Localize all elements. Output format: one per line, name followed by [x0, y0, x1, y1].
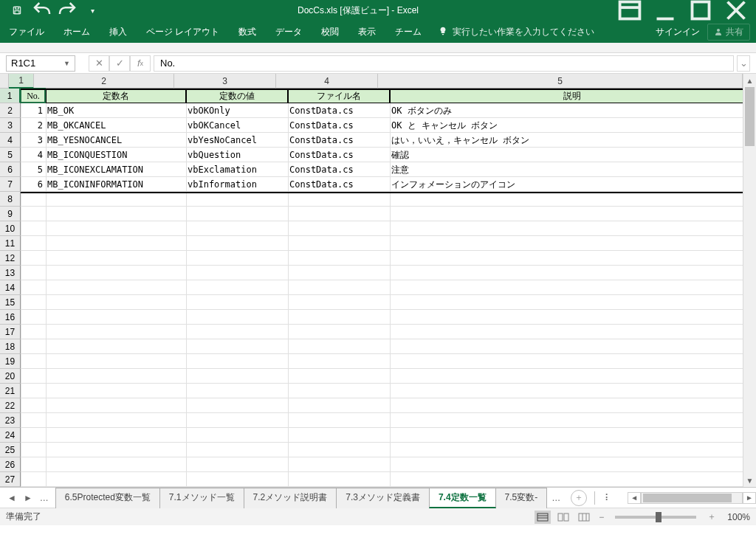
cell[interactable]: MB_OK — [46, 103, 186, 118]
table-header-cell[interactable]: 定数名 — [46, 89, 186, 103]
sheet-tab[interactable]: 7.5変数- — [495, 488, 548, 508]
cell[interactable]: MB_ICONQUESTION — [46, 148, 186, 162]
cell[interactable]: 3 — [21, 133, 46, 148]
scroll-thumb[interactable] — [745, 87, 755, 146]
row-header[interactable]: 24 — [0, 428, 21, 443]
row-header[interactable]: 11 — [0, 236, 21, 251]
tab-view[interactable]: 表示 — [355, 26, 379, 38]
cell[interactable]: vbQuestion — [186, 148, 288, 162]
cell[interactable]: 6 — [21, 177, 46, 192]
row-header[interactable]: 26 — [0, 457, 21, 472]
row-header[interactable]: 20 — [0, 369, 21, 384]
tab-review[interactable]: 校閲 — [318, 26, 342, 38]
tab-file[interactable]: ファイル — [6, 26, 47, 38]
zoom-slider[interactable] — [615, 516, 696, 519]
cell[interactable]: MB_ICONEXCLAMATION — [46, 162, 186, 177]
row-header[interactable]: 5 — [0, 148, 21, 162]
minimize-icon[interactable] — [648, 0, 682, 21]
row-header[interactable]: 15 — [0, 295, 21, 310]
cell[interactable]: OK ボタンのみ — [390, 103, 743, 118]
row-header[interactable]: 4 — [0, 133, 21, 148]
cell[interactable]: MB_YESNOCANCEL — [46, 133, 186, 148]
cell[interactable]: MB_OKCANCEL — [46, 118, 186, 133]
hscroll-thumb[interactable] — [643, 494, 732, 502]
column-header[interactable]: 5 — [378, 74, 743, 89]
cell[interactable]: vbOKCancel — [186, 118, 288, 133]
vertical-scrollbar[interactable]: ▲ ▼ — [743, 74, 756, 487]
row-header[interactable]: 16 — [0, 310, 21, 325]
scroll-right-icon[interactable]: ► — [743, 492, 756, 504]
zoom-slider-thumb[interactable] — [656, 512, 662, 522]
close-icon[interactable] — [719, 0, 753, 21]
column-header[interactable]: 3 — [174, 74, 276, 89]
sheet-nav-more-icon[interactable]: … — [37, 493, 52, 503]
row-header[interactable]: 7 — [0, 177, 21, 192]
tab-page-layout[interactable]: ページ レイアウト — [143, 26, 222, 38]
tell-me-search[interactable]: 実行したい作業を入力してください — [438, 26, 594, 38]
cell[interactable]: ConstData.cs — [288, 148, 390, 162]
scroll-up-icon[interactable]: ▲ — [743, 74, 756, 87]
cell[interactable]: 確認 — [390, 148, 743, 162]
formula-bar[interactable]: No. — [154, 55, 734, 72]
tab-home[interactable]: ホーム — [61, 26, 93, 38]
row-header[interactable]: 19 — [0, 354, 21, 369]
expand-formula-bar-icon[interactable]: ⌄ — [737, 55, 750, 72]
name-box[interactable]: R1C1 ▼ — [6, 55, 75, 72]
maximize-icon[interactable] — [684, 0, 718, 21]
sheet-tab[interactable]: 7.4定数一覧 — [429, 488, 496, 508]
cell[interactable]: OK と キャンセル ボタン — [390, 118, 743, 133]
add-sheet-button[interactable]: ＋ — [571, 490, 587, 506]
share-button[interactable]: 共有 — [707, 24, 750, 41]
table-header-cell[interactable]: 説明 — [390, 89, 743, 103]
row-header[interactable]: 21 — [0, 384, 21, 398]
tab-data[interactable]: データ — [272, 26, 305, 38]
row-header[interactable]: 23 — [0, 413, 21, 428]
cell[interactable]: 4 — [21, 148, 46, 162]
zoom-out-button[interactable]: − — [597, 512, 606, 522]
zoom-in-button[interactable]: ＋ — [705, 511, 718, 523]
cell[interactable]: 2 — [21, 118, 46, 133]
scroll-down-icon[interactable]: ▼ — [743, 474, 756, 487]
sheet-tab[interactable]: 7.2メソッド説明書 — [244, 488, 337, 508]
chevron-down-icon[interactable]: ▼ — [63, 60, 70, 67]
row-header[interactable]: 6 — [0, 162, 21, 177]
sheet-tab[interactable]: 6.5Protected変数一覧 — [55, 488, 160, 508]
tab-formulas[interactable]: 数式 — [236, 26, 259, 38]
fx-icon[interactable]: fx — [130, 55, 151, 72]
cell[interactable]: ConstData.cs — [288, 162, 390, 177]
undo-icon[interactable] — [31, 0, 53, 21]
sheet-nav-more-right[interactable]: … — [547, 493, 565, 503]
sheet-nav-prev-icon[interactable]: ► — [21, 493, 35, 503]
zoom-level[interactable]: 100% — [727, 512, 750, 522]
enter-formula-icon[interactable]: ✓ — [109, 55, 130, 72]
row-header[interactable]: 10 — [0, 221, 21, 236]
tab-team[interactable]: チーム — [392, 26, 425, 38]
table-header-cell[interactable]: No. — [21, 89, 46, 103]
row-header[interactable]: 12 — [0, 251, 21, 266]
row-header[interactable]: 1 — [0, 89, 21, 103]
row-header[interactable]: 14 — [0, 280, 21, 295]
row-header[interactable]: 22 — [0, 398, 21, 413]
sheet-nav-first-icon[interactable]: ◄ — [4, 493, 19, 503]
view-page-layout-icon[interactable] — [555, 511, 571, 524]
cell[interactable]: ConstData.cs — [288, 177, 390, 192]
cell[interactable]: vbOKOnly — [186, 103, 288, 118]
column-header[interactable]: 4 — [276, 74, 378, 89]
cell[interactable]: 1 — [21, 103, 46, 118]
column-header[interactable]: 1 — [9, 74, 34, 89]
cell[interactable]: 5 — [21, 162, 46, 177]
cell[interactable]: vbExclamation — [186, 162, 288, 177]
signin-link[interactable]: サインイン — [656, 26, 700, 38]
horizontal-scrollbar[interactable]: ◄ ► — [628, 492, 756, 504]
select-all-cell[interactable] — [0, 74, 9, 89]
row-header[interactable]: 25 — [0, 443, 21, 457]
ribbon-display-options-icon[interactable] — [613, 0, 647, 21]
cell[interactable]: 注意 — [390, 162, 743, 177]
row-header[interactable]: 9 — [0, 207, 21, 221]
redo-icon[interactable] — [56, 0, 78, 21]
save-icon[interactable] — [6, 0, 28, 21]
scroll-left-icon[interactable]: ◄ — [628, 492, 641, 504]
cell[interactable]: ConstData.cs — [288, 118, 390, 133]
row-header[interactable]: 8 — [0, 192, 21, 207]
row-header[interactable]: 18 — [0, 339, 21, 354]
